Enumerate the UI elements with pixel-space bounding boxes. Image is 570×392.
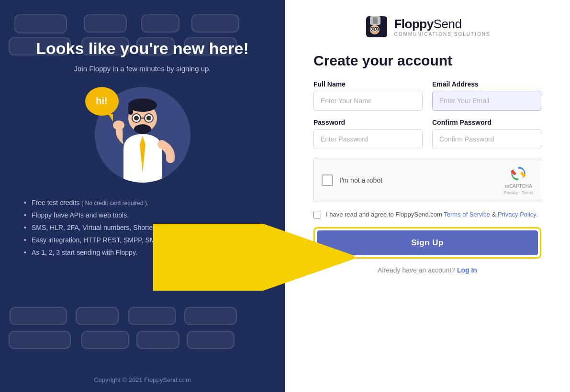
login-row: Already have an account? Log In <box>378 266 477 274</box>
email-label: Email Address <box>432 80 541 88</box>
recaptcha-logo-icon <box>510 165 527 182</box>
recaptcha-left: I'm not a robot <box>322 174 382 186</box>
deco-rect-13 <box>9 331 71 349</box>
terms-of-service-link[interactable]: Terms of Service <box>444 211 490 218</box>
password-input[interactable] <box>313 129 423 149</box>
svg-point-18 <box>372 28 374 30</box>
left-panel: Looks like you're new here! Join Floppy … <box>0 0 285 392</box>
deco-rect-14 <box>81 331 129 349</box>
full-name-field: Full Name <box>313 80 423 111</box>
terms-row: I have read and agree to FloppySend.com … <box>313 210 541 219</box>
deco-rect-10 <box>76 307 119 325</box>
left-content: Looks like you're new here! Join Floppy … <box>19 19 266 261</box>
privacy-policy-link[interactable]: Privacy Policy. <box>498 211 538 218</box>
logo-tagline: COMMUNICATIONS SOLUTIONS <box>394 32 490 37</box>
feature-item-2: Floppy have APIs and web tools. <box>24 211 261 219</box>
full-name-label: Full Name <box>313 80 423 88</box>
deco-rect-11 <box>128 307 176 325</box>
logo-area: FloppySend COMMUNICATIONS SOLUTIONS <box>364 14 490 39</box>
svg-point-3 <box>134 124 151 134</box>
deco-rect-16 <box>187 331 235 349</box>
logo-icon <box>364 14 389 39</box>
password-field: Password <box>313 119 423 149</box>
form-title: Create your account <box>313 53 452 69</box>
copyright: Copyright © 2021 FloppySend.com <box>94 376 191 383</box>
svg-point-7 <box>146 116 151 120</box>
confirm-password-label: Confirm Password <box>432 119 541 126</box>
recaptcha-right: reCAPTCHA Privacy · Terms <box>504 165 533 195</box>
recaptcha-text: reCAPTCHA <box>505 183 532 189</box>
recaptcha-checkbox[interactable] <box>322 174 333 186</box>
confirm-password-field: Confirm Password <box>432 119 541 149</box>
svg-rect-14 <box>373 17 378 24</box>
feature-item-5: As 1, 2, 3 start sending with Floppy. <box>24 249 261 256</box>
terms-text: I have read and agree to FloppySend.com … <box>326 210 538 219</box>
confirm-password-input[interactable] <box>432 129 541 149</box>
email-field: Email Address <box>432 80 541 111</box>
email-input[interactable] <box>432 91 541 111</box>
deco-rect-9 <box>10 307 67 325</box>
deco-rect-15 <box>136 331 179 349</box>
logo-text-block: FloppySend COMMUNICATIONS SOLUTIONS <box>394 17 490 37</box>
left-headline: Looks like you're new here! <box>36 38 249 59</box>
features-list: Free test credits ( No credit card requi… <box>19 199 266 261</box>
svg-point-19 <box>376 28 378 30</box>
logo-name: FloppySend <box>394 17 490 32</box>
right-panel: FloppySend COMMUNICATIONS SOLUTIONS Crea… <box>285 0 570 392</box>
login-link[interactable]: Log In <box>457 266 477 274</box>
signup-btn-wrapper: Sign Up <box>313 227 541 259</box>
full-name-input[interactable] <box>313 91 423 111</box>
person-svg <box>109 97 176 183</box>
svg-rect-2 <box>128 105 133 115</box>
deco-rect-12 <box>184 307 237 325</box>
feature-item-4: Easy integration, HTTP REST, SMPP, SMTP. <box>24 236 261 244</box>
left-subtext: Join Floppy in a few minutes by signing … <box>74 65 211 73</box>
recaptcha-label: I'm not a robot <box>340 176 382 184</box>
svg-point-10 <box>113 120 124 130</box>
feature-item-3: SMS, HLR, 2FA, Virtual numbers, Shorten … <box>24 224 261 231</box>
form-grid: Full Name Email Address Password Confirm… <box>313 80 541 149</box>
recaptcha-box[interactable]: I'm not a robot reCAPTCHA Privacy · Term… <box>313 158 541 202</box>
illustration: hi! <box>90 82 195 187</box>
terms-checkbox[interactable] <box>313 211 321 218</box>
signup-button[interactable]: Sign Up <box>317 230 538 255</box>
feature-item-1: Free test credits ( No credit card requi… <box>24 199 261 207</box>
password-label: Password <box>313 119 423 126</box>
recaptcha-links: Privacy · Terms <box>504 190 533 195</box>
svg-point-6 <box>134 116 139 120</box>
speech-bubble: hi! <box>85 87 119 116</box>
